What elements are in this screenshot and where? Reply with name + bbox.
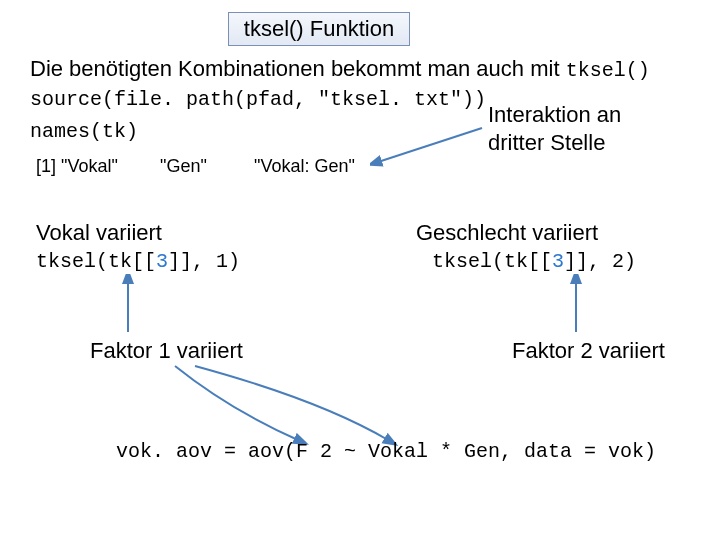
svg-line-0: [378, 128, 482, 162]
arrow-vokal-icon: [120, 360, 540, 450]
geschlecht-varies-label: Geschlecht variiert: [416, 218, 598, 248]
vokal-varies-label: Vokal variiert: [36, 218, 162, 248]
code-source: source(file. path(pfad, "tksel. txt")): [30, 86, 486, 113]
interaction-label-1: Interaktion an: [488, 100, 621, 130]
code-names: names(tk): [30, 118, 138, 145]
arrow-interaction-icon: [370, 120, 490, 170]
intro-text-b: tksel(): [566, 59, 650, 82]
code-call-1: tksel(tk[[3]], 1): [36, 248, 240, 275]
output-gen: "Gen": [160, 156, 207, 177]
title-box: tksel() Funktion: [228, 12, 410, 46]
output-prefix: [1] "Vokal": [36, 156, 118, 177]
arrow-faktor1-icon: [108, 274, 148, 336]
arrow-faktor2-icon: [556, 274, 596, 336]
output-vokalgen: "Vokal: Gen": [254, 156, 355, 177]
slide: tksel() Funktion Die benötigten Kombinat…: [0, 0, 720, 540]
interaction-label-2: dritter Stelle: [488, 128, 605, 158]
title-text: tksel() Funktion: [244, 16, 394, 41]
intro-line: Die benötigten Kombinationen bekommt man…: [30, 54, 690, 84]
code-call-2: tksel(tk[[3]], 2): [432, 248, 636, 275]
code-final: vok. aov = aov(F 2 ~ Vokal * Gen, data =…: [116, 438, 656, 465]
intro-text-a: Die benötigten Kombinationen bekommt man…: [30, 56, 566, 81]
